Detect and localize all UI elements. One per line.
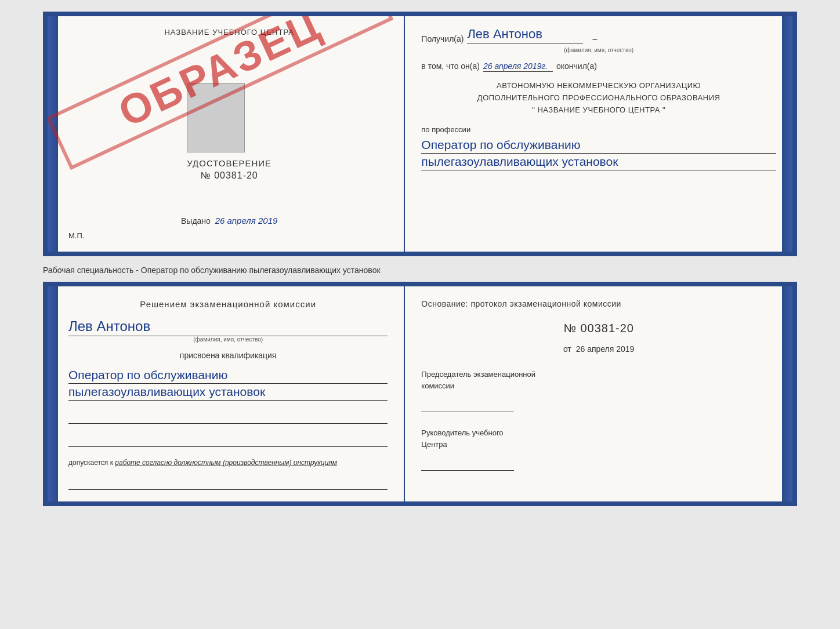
rukovoditel-label: Руководитель учебного Центра <box>421 427 776 450</box>
org-line1: АВТОНОМНУЮ НЕКОММЕРЧЕСКУЮ ОРГАНИЗАЦИЮ <box>421 80 776 92</box>
rukovoditel-sig-line <box>421 455 514 471</box>
certificate-container: НАЗВАНИЕ УЧЕБНОГО ЦЕНТРА ОБРАЗЕЦ УДОСТОВ… <box>43 12 797 506</box>
blank-line1 <box>68 410 388 424</box>
dopusk-italic: работе согласно должностным (производств… <box>115 459 337 467</box>
rukovoditel-block: Руководитель учебного Центра <box>421 418 776 471</box>
bottom-profession1: Оператор по обслуживанию <box>68 368 388 384</box>
okonchil-label: окончил(а) <box>556 61 597 71</box>
fio-subtitle-top: (фамилия, имя, отчество) <box>421 47 776 53</box>
vtom-line: в том, что он(а) 26 апреля 2019г. окончи… <box>421 61 776 72</box>
blank-line3 <box>68 476 388 490</box>
org-line3: " НАЗВАНИЕ УЧЕБНОГО ЦЕНТРА " <box>421 104 776 117</box>
spine-right-top <box>782 16 792 252</box>
ot-date: 26 апреля 2019 <box>576 344 635 354</box>
dopusk-prefix: допускается к <box>68 459 115 467</box>
bottom-profession-block: Оператор по обслуживанию пылегазоулавлив… <box>68 366 388 401</box>
top-document: НАЗВАНИЕ УЧЕБНОГО ЦЕНТРА ОБРАЗЕЦ УДОСТОВ… <box>43 12 797 256</box>
middle-label: Рабочая специальность - Оператор по обсл… <box>43 266 381 275</box>
prisvoena-label: присвоена квалификация <box>68 351 388 360</box>
org-line2: ДОПОЛНИТЕЛЬНОГО ПРОФЕССИОНАЛЬНОГО ОБРАЗО… <box>421 92 776 104</box>
vydano-line: Выдано 26 апреля 2019 <box>181 181 277 226</box>
protocol-number: № 00381-20 <box>421 322 776 335</box>
spine-left-bottom <box>48 286 58 501</box>
org-block: АВТОНОМНУЮ НЕКОММЕРЧЕСКУЮ ОРГАНИЗАЦИЮ ДО… <box>421 80 776 116</box>
profession-line1-top: Оператор по обслуживанию <box>421 138 776 154</box>
completion-date: 26 апреля 2019г. <box>483 61 553 72</box>
predsedatel-sig-line <box>421 396 514 412</box>
bottom-fio-subtitle: (фамилия, имя, отчество) <box>68 336 388 343</box>
udostoverenie-label: УДОСТОВЕРЕНИЕ <box>187 158 271 168</box>
predsedatel-block: Председатель экзаменационной комиссии <box>421 369 776 412</box>
poluchil-line: Получил(а) Лев Антонов – <box>421 27 776 43</box>
bottom-doc-right: Основание: протокол экзаменационной коми… <box>405 286 792 501</box>
vydano-date: 26 апреля 2019 <box>215 216 278 226</box>
profession-line2-top: пылегазоулавливающих установок <box>421 155 776 170</box>
po-professii-label: по профессии <box>421 125 470 134</box>
vydano-label: Выдано <box>181 216 211 226</box>
top-doc-left: НАЗВАНИЕ УЧЕБНОГО ЦЕНТРА ОБРАЗЕЦ УДОСТОВ… <box>48 16 405 252</box>
bottom-profession2: пылегазоулавливающих установок <box>68 385 388 401</box>
top-doc-right: Получил(а) Лев Антонов – (фамилия, имя, … <box>405 16 792 252</box>
recipient-name-top: Лев Антонов <box>467 27 583 43</box>
dopuskaetsya-block: допускается к работе согласно должностны… <box>68 459 388 467</box>
osnovanie-header: Основание: протокол экзаменационной коми… <box>421 298 776 310</box>
poluchil-row: Получил(а) Лев Антонов – (фамилия, имя, … <box>421 27 776 53</box>
vtom-label: в том, что он(а) <box>421 61 480 71</box>
predsedatel-label: Председатель экзаменационной комиссии <box>421 369 776 391</box>
komissia-header: Решением экзаменационной комиссии <box>68 298 388 310</box>
blank-line2 <box>68 433 388 447</box>
ot-date-block: от 26 апреля 2019 <box>421 344 776 354</box>
ot-label: от <box>563 344 571 354</box>
spine-right-bottom <box>782 286 792 501</box>
udostoverenie-number: № 00381-20 <box>187 170 271 181</box>
recipient-name-bottom: Лев Антонов <box>68 318 388 336</box>
mp-label: М.П. <box>68 231 84 240</box>
po-professii-block: по профессии Оператор по обслуживанию пы… <box>421 124 776 170</box>
bottom-name-row: Лев Антонов (фамилия, имя, отчество) <box>68 316 388 343</box>
bottom-document: Решением экзаменационной комиссии Лев Ан… <box>43 282 797 506</box>
poluchil-label: Получил(а) <box>421 34 464 43</box>
dash1: – <box>592 34 597 43</box>
bottom-doc-left: Решением экзаменационной комиссии Лев Ан… <box>48 286 405 501</box>
